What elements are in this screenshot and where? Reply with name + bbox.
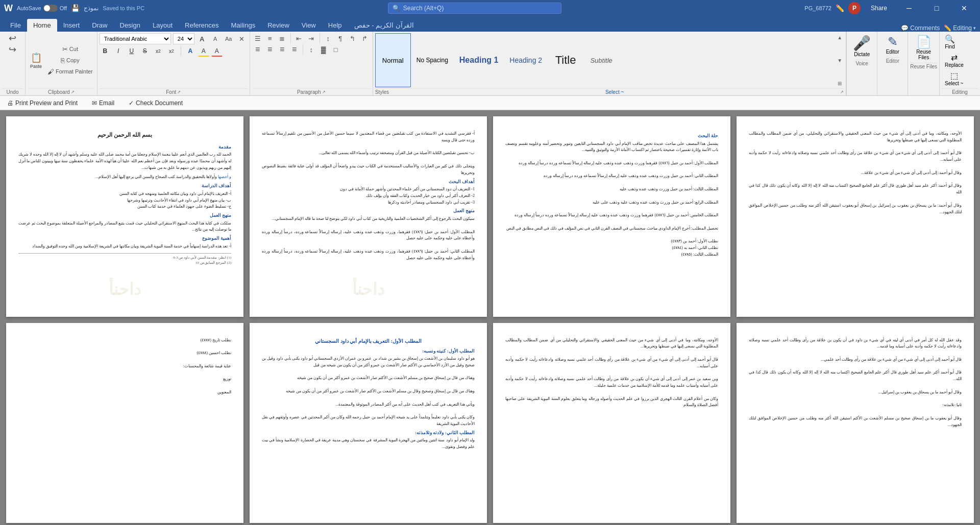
clipboard-label[interactable]: Clipboard ↗ [28,88,95,95]
undo-button[interactable]: ↩ [7,33,18,43]
reuse-button[interactable]: 📄 ReuseFiles [912,33,936,62]
text-effects-button[interactable]: A [185,45,196,57]
grow-font-button[interactable]: A [197,34,208,44]
styles-gallery: Normal No Spacing Heading 1 Heading 2 Ti… [375,33,835,87]
shading-button[interactable]: ▓ [318,44,329,55]
tab-home[interactable]: Home [27,19,57,32]
style-normal[interactable]: Normal [375,33,411,87]
replace-button[interactable]: ⇄ Replace [942,52,967,69]
restore-button[interactable]: □ [925,0,948,16]
reuse-icon: 📄 [916,35,932,49]
cut-button[interactable]: ✂ Cut [45,44,95,54]
paste-button[interactable]: 📋 Paste [28,51,44,70]
ltr-button[interactable]: ↱ [359,33,371,43]
page-1-title: بسم الله الرحمن الرحيم [18,131,231,140]
page-7: الأوجه، ومكانته، وما في أدنى إلى أي شيء … [493,323,730,523]
bullets-button[interactable]: ☰ [252,33,263,43]
tab-view[interactable]: View [296,19,322,32]
tab-design[interactable]: Design [114,19,146,32]
save-icon[interactable]: 💾 [71,4,80,12]
para-sep3 [303,44,303,55]
strikethrough-button[interactable]: S [139,45,151,57]
styles-scroll-up[interactable]: ▲ [836,34,844,40]
font-color-button[interactable]: A [211,45,223,57]
tab-mailings[interactable]: Mailings [225,19,262,32]
style-heading2[interactable]: Heading 2 [504,33,548,87]
check-document-button[interactable]: ✓ Check Document [126,98,186,108]
find-button[interactable]: 🔍 Find [942,33,958,51]
numbering-button[interactable]: ≡ [264,33,276,43]
share-button[interactable]: Share [865,3,893,14]
font-size-select[interactable]: 24 [173,33,194,44]
tab-file[interactable]: File [4,19,27,32]
tab-insert[interactable]: Insert [57,19,86,32]
decrease-indent-button[interactable]: ⇤ [293,33,305,43]
rtl-button[interactable]: ↰ [347,33,358,43]
align-left-button[interactable]: ≡ [252,44,263,55]
case-button[interactable]: Aa [223,34,234,44]
autosave-pill[interactable] [43,5,58,12]
font-name-select[interactable]: Traditional Arabic [100,33,171,44]
editing-label: Editing [942,88,978,95]
multilevel-button[interactable]: ≣ [277,33,288,43]
avatar[interactable]: P [848,2,861,14]
editing-button[interactable]: ✏️ Editing ▾ [944,24,976,32]
subscript-button[interactable]: x2 [153,45,164,57]
style-title[interactable]: Title [548,33,583,87]
group-editing: 🔍 Find ⇄ Replace ⬚ Select ~ Editing [939,32,980,95]
edit-icon[interactable]: ✏️ [836,4,844,12]
increase-indent-button[interactable]: ⇥ [306,33,317,43]
copy-button[interactable]: ⎘ Copy [45,55,95,65]
autosave-toggle[interactable]: AutoSave Off [17,5,67,12]
tab-quran[interactable]: القرآن الكريم - حفص [348,19,420,32]
align-center-button[interactable]: ≡ [264,44,276,55]
redo-button[interactable]: ↪ [7,44,18,55]
style-nospacing[interactable]: No Spacing [411,33,454,87]
clear-format-button[interactable]: ✕ [236,34,248,44]
italic-button[interactable]: I [113,45,124,57]
style-subtitle-label: Subtitle [590,57,612,64]
page-1-body-4: سلكت في كتابة هذا البحث المنهج الاستقرائ… [18,220,231,234]
highlight-button[interactable]: A [198,45,209,57]
styles-expand[interactable]: ⊞ [836,80,844,86]
page-6-body2: ولد الإمام أبو داود سنة اثنتين ومائتين م… [262,437,475,451]
copy-icon: ⎘ [61,57,65,64]
sort-button[interactable]: ↕ [323,33,334,43]
comments-button[interactable]: 💬 Comments [901,24,940,32]
show-marks-button[interactable]: ¶ [335,33,346,43]
styles-label[interactable]: Styles Select ~ ↗ [375,88,844,95]
style-heading1[interactable]: Heading 1 [454,33,504,87]
shrink-font-button[interactable]: A [210,34,221,44]
align-right-button[interactable]: ≡ [277,44,288,55]
tab-review[interactable]: Review [261,19,296,32]
tab-draw[interactable]: Draw [86,19,113,32]
print-preview-button[interactable]: 🖨 Print Preview and Print [4,98,81,108]
line-spacing-button[interactable]: ↕ [306,44,317,55]
font-label[interactable]: Font ↗ [100,88,248,95]
email-button[interactable]: ✉ Email [89,98,117,108]
tab-layout[interactable]: Layout [146,19,179,32]
select-dropdown[interactable]: Select ~ [605,89,624,95]
page-6-body1: هو أبو داود سليمان بن الأشعث بن إسحاق بن… [262,356,475,428]
paragraph-label[interactable]: Paragraph ↗ [252,88,371,95]
page-6-title: المطلب الأول: التعريف بالإمام أبي داود ا… [262,337,475,345]
minimize-button[interactable]: ─ [897,0,921,16]
borders-button[interactable]: □ [330,44,341,55]
printer-icon: 🖨 [7,99,13,107]
underline-button[interactable]: U [126,45,137,57]
editor-button[interactable]: ✎ Editor [882,33,903,56]
page-6: المطلب الأول: التعريف بالإمام أبي داود ا… [250,323,487,523]
font-row-2: B I U S x2 x2 A A A [100,45,223,57]
select-button[interactable]: ⬚ Select ~ [942,70,966,87]
format-painter-button[interactable]: 🖌 Format Painter [45,66,95,77]
tab-references[interactable]: References [179,19,225,32]
bold-button[interactable]: B [100,45,111,57]
tab-help[interactable]: Help [322,19,348,32]
styles-scroll-down[interactable]: ▼ [836,57,844,63]
search-bar[interactable]: 🔍 Search (Alt+Q) [388,3,561,14]
justify-button[interactable]: ≡ [289,44,300,55]
style-subtitle[interactable]: Subtitle [583,33,619,87]
dictate-button[interactable]: 🎤 Dictate [849,33,875,59]
superscript-button[interactable]: x2 [166,45,177,57]
close-button[interactable]: ✕ [952,0,976,16]
